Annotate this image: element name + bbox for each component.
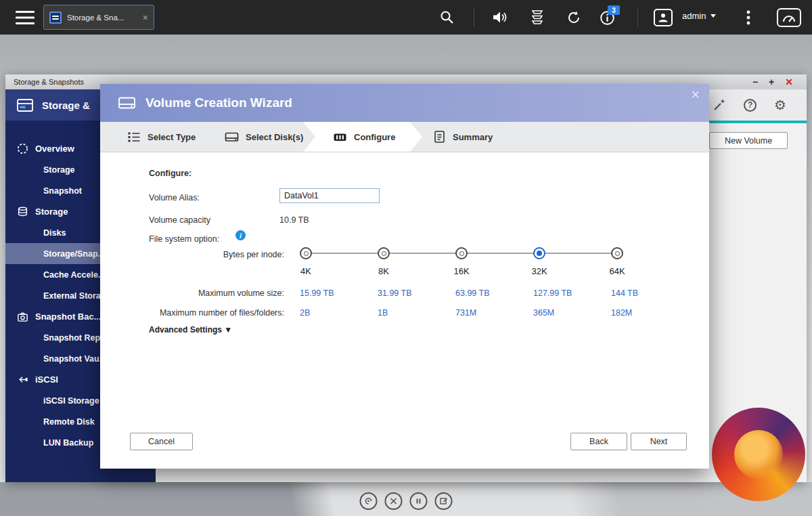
tools-icon[interactable] — [385, 492, 403, 510]
back-button[interactable]: Back — [570, 433, 627, 450]
inode-option-label: 4K — [300, 266, 311, 276]
sidebar-item-label: Snapshot Vau... — [43, 354, 106, 364]
inode-option-4k: 4K — [300, 247, 378, 291]
overview-icon — [16, 143, 28, 154]
storage-stack-icon — [16, 206, 28, 217]
next-button[interactable]: Next — [631, 433, 687, 450]
admin-label: admin — [682, 11, 706, 21]
drive-icon — [118, 95, 136, 110]
sidebar-item-label: LUN Backup — [43, 438, 93, 448]
max-files-value: 365M — [533, 308, 611, 318]
max-volume-size-values: 15.99 TB 31.99 TB 63.99 TB 127.99 TB 144… — [300, 288, 689, 298]
new-volume-button[interactable]: New Volume — [709, 132, 788, 149]
volume-capacity-value: 10.9 TB — [279, 215, 309, 225]
dialog-title: Volume Creation Wizard — [145, 95, 292, 110]
volume-creation-wizard-dialog: Volume Creation Wizard × Select Type Sel… — [100, 84, 709, 469]
tab-label: Storage & Sna... — [67, 14, 137, 22]
max-volume-value: 15.99 TB — [300, 288, 378, 298]
step-label: Select Type — [148, 132, 196, 142]
admin-menu[interactable]: admin — [682, 11, 716, 21]
advanced-settings-toggle[interactable]: Advanced Settings ▼ — [149, 325, 232, 335]
background-tasks-icon[interactable] — [530, 9, 545, 25]
dashboard-icon[interactable] — [777, 8, 801, 27]
configure-section-label: Configure: — [149, 169, 191, 178]
app-tab-storage-snapshots[interactable]: Storage & Sna... × — [43, 5, 154, 30]
storage-app-icon — [49, 12, 62, 24]
max-volume-value: 63.99 TB — [455, 288, 533, 298]
volume-alias-label: Volume Alias: — [149, 193, 200, 202]
user-icon[interactable] — [654, 9, 673, 26]
inode-option-label: 8K — [378, 266, 389, 276]
edit-note-icon[interactable] — [435, 492, 453, 510]
file-system-option-label: File system option: — [149, 234, 219, 244]
step-select-type: Select Type — [127, 122, 196, 152]
radio-4k[interactable] — [300, 247, 312, 259]
step-label: Configure — [354, 132, 395, 142]
notification-badge: 3 — [608, 5, 620, 15]
max-files-value: 182M — [611, 308, 689, 318]
max-files-values: 2B 1B 731M 365M 182M — [300, 308, 689, 318]
inode-option-label: 64K — [609, 266, 625, 276]
sidebar-item-label: Snapshot Bac... — [35, 311, 102, 322]
main-menu-icon[interactable] — [15, 10, 35, 24]
inode-option-16k: 16K — [455, 247, 533, 291]
sidebar-item-label: External Stora... — [43, 291, 108, 301]
top-bar: Storage & Sna... × 3 admin — [0, 0, 812, 35]
sidebar-item-label: Storage — [43, 165, 75, 175]
inode-option-32k: 32K — [533, 247, 611, 291]
step-configure-active: Configure — [303, 122, 422, 152]
radio-16k[interactable] — [455, 247, 468, 259]
sidebar-item-label: Storage — [35, 207, 68, 217]
window-title: Storage & Snapshots — [14, 78, 84, 86]
storage-app-logo-icon — [16, 97, 34, 113]
wizard-steps: Select Type Select Disk(s) Configure Sum… — [100, 122, 709, 152]
dialog-header: Volume Creation Wizard × — [100, 84, 709, 122]
sidebar-item-label: Snapshot Rep... — [43, 333, 107, 343]
pause-columns-icon[interactable] — [410, 492, 428, 510]
minimize-icon[interactable]: − — [752, 77, 758, 87]
dialog-content: Configure: Volume Alias: Volume capacity… — [100, 152, 709, 469]
info-icon[interactable]: i — [235, 230, 246, 240]
volume-icon[interactable] — [492, 11, 508, 24]
summary-icon — [433, 130, 446, 144]
bytes-per-inode-slider: 4K 8K 16K 32K 64K — [300, 247, 692, 291]
swirl-icon[interactable] — [360, 492, 378, 510]
sync-icon[interactable] — [566, 10, 581, 25]
step-label: Summary — [453, 132, 493, 142]
more-options-icon[interactable] — [746, 10, 750, 25]
configure-icon — [333, 131, 347, 144]
search-icon[interactable] — [440, 10, 454, 24]
max-files-label: Maximum number of files/folders: — [149, 308, 284, 318]
inode-option-label: 32K — [531, 266, 547, 276]
max-volume-value: 127.99 TB — [533, 288, 611, 298]
close-window-icon[interactable]: ✕ — [785, 77, 793, 87]
step-label: Select Disk(s) — [246, 132, 303, 142]
chevron-down-icon — [710, 14, 716, 18]
topbar-divider — [637, 8, 638, 26]
volume-alias-input[interactable] — [279, 188, 380, 203]
max-files-value: 1B — [378, 308, 455, 318]
radio-32k-selected[interactable] — [533, 247, 545, 259]
wand-icon[interactable] — [713, 98, 726, 112]
sidebar-item-label: Cache Accele... — [43, 270, 105, 280]
sidebar-item-label: Snapshot — [43, 186, 82, 196]
sidebar-app-title: Storage & — [42, 100, 90, 111]
help-icon[interactable]: ? — [744, 99, 757, 112]
sidebar-item-label: Storage/Snap... — [43, 249, 105, 259]
desktop-dock — [360, 492, 453, 510]
gear-icon[interactable]: ⚙ — [774, 98, 786, 112]
cancel-button[interactable]: Cancel — [130, 433, 193, 450]
disk-icon — [225, 131, 239, 143]
dialog-close-icon[interactable]: × — [691, 87, 700, 102]
max-volume-size-label: Maximum volume size: — [149, 288, 284, 298]
inode-option-label: 16K — [453, 266, 469, 276]
sidebar-item-label: Overview — [35, 144, 74, 154]
inode-option-64k: 64K — [611, 247, 689, 291]
tab-close-icon[interactable]: × — [143, 13, 148, 22]
sidebar-item-label: Remote Disk — [43, 417, 95, 427]
radio-64k[interactable] — [611, 247, 623, 259]
maximize-icon[interactable]: + — [769, 77, 774, 87]
sidebar-item-label: iSCSI Storage — [43, 396, 99, 406]
topbar-divider — [474, 8, 474, 26]
radio-8k[interactable] — [378, 247, 390, 259]
